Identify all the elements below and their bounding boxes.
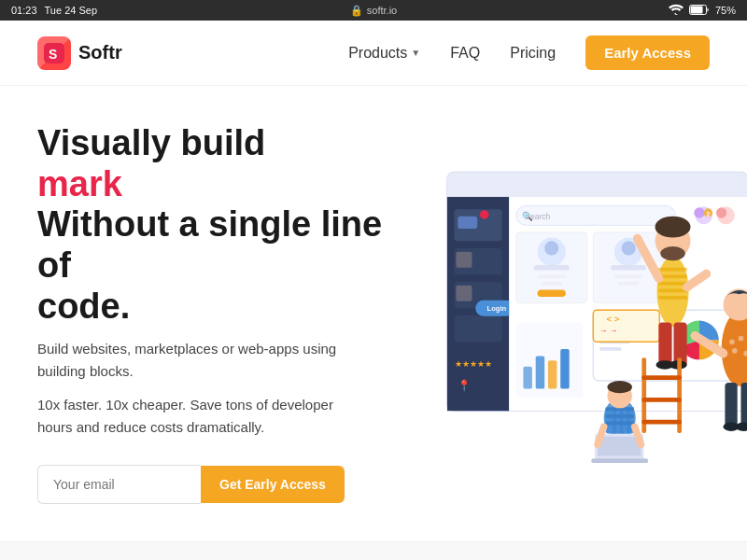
logo[interactable]: S Softr (37, 36, 122, 70)
svg-rect-80 (641, 420, 682, 425)
hero-title-highlight: mark (37, 164, 122, 203)
get-early-access-button[interactable]: Get Early Access (201, 466, 345, 503)
email-input[interactable] (37, 465, 201, 504)
svg-point-100 (732, 348, 738, 354)
status-right: 75% (669, 4, 736, 17)
lock-icon: 🔒 (350, 5, 363, 17)
svg-rect-39 (538, 290, 566, 298)
svg-rect-93 (591, 459, 648, 464)
svg-text:2: 2 (707, 211, 711, 217)
svg-text:★★★★★: ★★★★★ (455, 358, 492, 369)
svg-rect-15 (456, 252, 472, 268)
svg-point-35 (544, 242, 558, 256)
svg-rect-102 (725, 383, 737, 428)
svg-point-98 (739, 336, 744, 342)
logo-text: Softr (78, 42, 122, 63)
hero-section: Visually build mark Without a single lin… (0, 86, 747, 541)
products-chevron-icon: ▼ (411, 48, 420, 58)
svg-rect-36 (534, 265, 570, 271)
svg-rect-51 (599, 347, 622, 351)
hero-title: Visually build mark Without a single lin… (37, 123, 411, 327)
svg-rect-78 (641, 376, 682, 381)
hero-title-line2: Without a single line of (37, 204, 382, 285)
svg-rect-44 (614, 275, 642, 279)
early-access-nav-button[interactable]: Early Access (585, 35, 710, 70)
svg-rect-17 (456, 286, 472, 301)
svg-rect-86 (613, 408, 616, 434)
date: Tue 24 Sep (45, 5, 97, 16)
svg-rect-103 (740, 383, 747, 428)
time: 01:23 (11, 5, 37, 16)
svg-rect-43 (611, 265, 646, 271)
hero-left: Visually build mark Without a single lin… (37, 123, 430, 504)
svg-rect-59 (548, 360, 557, 388)
status-bar: 01:23 Tue 24 Sep 🔒 softr.io 75% (0, 0, 747, 21)
url-bar: 🔒 softr.io (350, 5, 397, 17)
hero-illustration: Login ★★★★★ 📍 Search 🔍 2 (430, 155, 747, 472)
svg-rect-62 (658, 268, 686, 272)
svg-text:Login: Login (487, 304, 507, 313)
svg-text:< >: < > (606, 315, 619, 325)
svg-point-97 (729, 340, 735, 345)
hero-title-line3: code. (37, 287, 130, 326)
svg-rect-64 (658, 282, 686, 286)
battery-percent: 75% (715, 5, 736, 16)
nav-links: Products ▼ FAQ Pricing Early Access (348, 35, 710, 70)
nav-products[interactable]: Products ▼ (348, 45, 420, 62)
svg-rect-65 (658, 289, 686, 293)
hero-desc2: 10x faster. 10x cheaper. Save tons of de… (37, 394, 364, 439)
svg-text:S: S (49, 47, 57, 62)
svg-rect-45 (618, 282, 640, 286)
hero-desc1: Build websites, marketplaces or web-apps… (37, 338, 364, 383)
svg-point-90 (607, 381, 632, 393)
status-left: 01:23 Tue 24 Sep (11, 5, 97, 16)
svg-point-70 (655, 217, 691, 238)
svg-rect-57 (523, 367, 531, 389)
svg-text:🔍: 🔍 (522, 211, 533, 222)
navbar: S Softr Products ▼ FAQ Pricing Early Acc… (0, 21, 747, 86)
svg-text:📍: 📍 (458, 379, 472, 392)
hero-title-line1: Visually build (37, 123, 265, 162)
svg-rect-60 (560, 349, 569, 389)
svg-point-42 (622, 242, 636, 256)
wifi-icon (669, 4, 684, 17)
svg-rect-92 (598, 437, 641, 456)
svg-text:→ →: → → (599, 326, 617, 335)
svg-rect-38 (541, 282, 562, 286)
battery-icon (689, 5, 710, 17)
svg-point-13 (480, 210, 488, 218)
svg-rect-66 (658, 296, 686, 300)
svg-point-30 (716, 208, 726, 218)
logo-icon: S (37, 36, 71, 70)
svg-rect-67 (658, 323, 671, 367)
svg-rect-12 (458, 217, 477, 229)
svg-rect-18 (455, 315, 502, 342)
svg-rect-37 (538, 275, 566, 279)
nav-pricing[interactable]: Pricing (510, 45, 556, 62)
hero-right: Login ★★★★★ 📍 Search 🔍 2 (430, 155, 747, 472)
nav-faq[interactable]: FAQ (450, 45, 480, 62)
svg-rect-88 (627, 408, 630, 434)
svg-rect-58 (536, 357, 544, 389)
svg-rect-9 (447, 190, 747, 198)
url-text: softr.io (367, 5, 397, 16)
svg-rect-87 (620, 408, 624, 434)
svg-point-28 (694, 208, 704, 218)
svg-rect-1 (690, 6, 702, 13)
svg-point-71 (660, 246, 685, 260)
svg-rect-79 (641, 398, 682, 402)
cta-row: Get Early Access (37, 465, 411, 504)
footer-area (0, 541, 747, 560)
